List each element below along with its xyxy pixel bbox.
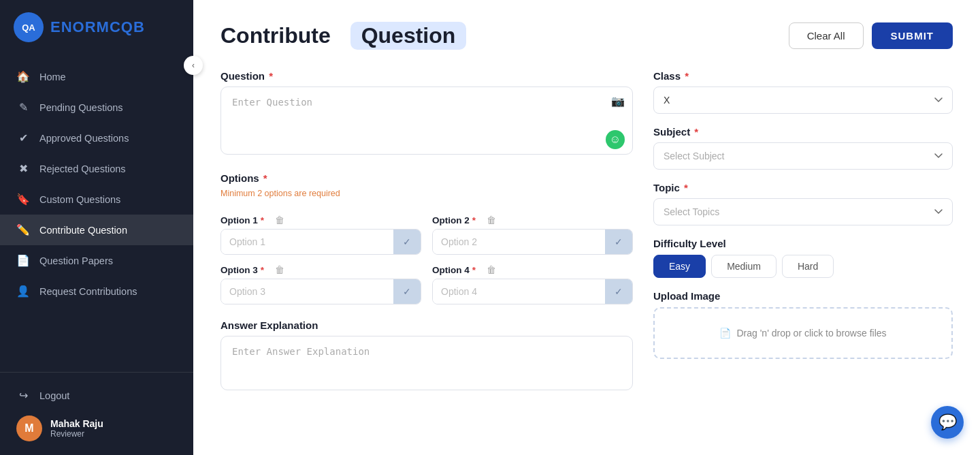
class-select[interactable]: X IX VIII bbox=[653, 87, 953, 114]
user-info: Mahak Raju Reviewer bbox=[50, 418, 103, 439]
sidebar-item-label: Question Papers bbox=[39, 255, 113, 266]
options-subtext: Minimum 2 options are required bbox=[220, 189, 633, 198]
logo-text: ENORMCQB bbox=[50, 18, 145, 36]
answer-explanation-input[interactable] bbox=[220, 336, 633, 390]
class-group: Class * X IX VIII bbox=[653, 70, 953, 114]
sidebar-item-label: Contribute Question bbox=[39, 225, 127, 236]
avatar: M bbox=[16, 415, 42, 441]
right-column: Class * X IX VIII Subject * Select Subje… bbox=[653, 70, 953, 393]
option1-label: Option 1 * 🗑 bbox=[220, 215, 421, 225]
difficulty-hard-button[interactable]: Hard bbox=[782, 255, 834, 278]
options-label: Options * bbox=[220, 172, 633, 184]
sidebar-item-home[interactable]: 🏠 Home bbox=[0, 61, 193, 92]
smile-icon: ☺ bbox=[606, 130, 625, 149]
sidebar-item-contribute[interactable]: ✏️ Contribute Question bbox=[0, 215, 193, 245]
clear-all-button[interactable]: Clear All bbox=[789, 22, 864, 49]
option4-input[interactable] bbox=[433, 279, 605, 304]
logout-button[interactable]: ↪ Logout bbox=[16, 383, 177, 407]
difficulty-group: Difficulty Level Easy Medium Hard bbox=[653, 238, 953, 278]
sidebar-item-label: Custom Questions bbox=[39, 194, 120, 205]
option3-group: Option 3 * 🗑 ✓ bbox=[220, 264, 421, 304]
sidebar-nav: 🏠 Home ✎ Pending Questions ✔ Approved Qu… bbox=[0, 54, 193, 372]
option1-input[interactable] bbox=[221, 230, 393, 254]
option3-check-button[interactable]: ✓ bbox=[393, 279, 421, 304]
custom-icon: 🔖 bbox=[16, 193, 30, 206]
subject-select[interactable]: Select Subject bbox=[653, 142, 953, 170]
sidebar-item-label: Rejected Questions bbox=[39, 163, 126, 174]
sidebar-item-papers[interactable]: 📄 Question Papers bbox=[0, 245, 193, 276]
option2-check-button[interactable]: ✓ bbox=[605, 230, 632, 254]
question-group: Question * 📷 ☺ bbox=[220, 70, 633, 157]
sidebar-item-approved[interactable]: ✔ Approved Questions bbox=[0, 123, 193, 153]
submit-button[interactable]: SUBMIT bbox=[872, 22, 953, 49]
difficulty-buttons: Easy Medium Hard bbox=[653, 255, 953, 278]
approved-icon: ✔ bbox=[16, 131, 30, 144]
user-role: Reviewer bbox=[50, 429, 103, 439]
option3-delete-button[interactable]: 🗑 bbox=[270, 264, 290, 275]
pending-icon: ✎ bbox=[16, 101, 30, 114]
request-icon: 👤 bbox=[16, 285, 30, 298]
option4-label: Option 4 * 🗑 bbox=[432, 264, 633, 275]
option1-check-button[interactable]: ✓ bbox=[393, 230, 421, 254]
option1-input-wrap: ✓ bbox=[220, 229, 421, 255]
logout-icon: ↪ bbox=[16, 389, 30, 402]
options-group: Options * Minimum 2 options are required bbox=[220, 172, 633, 198]
option2-input[interactable] bbox=[433, 230, 605, 254]
difficulty-medium-button[interactable]: Medium bbox=[711, 255, 777, 278]
option2-group: Option 2 * 🗑 ✓ bbox=[432, 215, 633, 255]
main-content: Contribute Question Clear All SUBMIT Que… bbox=[193, 0, 980, 455]
option1-delete-button[interactable]: 🗑 bbox=[270, 215, 290, 225]
option4-group: Option 4 * 🗑 ✓ bbox=[432, 264, 633, 304]
option4-check-button[interactable]: ✓ bbox=[605, 279, 632, 304]
sidebar-item-label: Approved Questions bbox=[39, 133, 129, 144]
topic-select[interactable]: Select Topics bbox=[653, 198, 953, 225]
options-grid: Option 1 * 🗑 ✓ Option 2 * 🗑 bbox=[220, 215, 633, 304]
option2-input-wrap: ✓ bbox=[432, 229, 633, 255]
option2-label: Option 2 * 🗑 bbox=[432, 215, 633, 225]
sidebar-toggle-button[interactable]: ‹ bbox=[184, 56, 203, 75]
header-actions: Clear All SUBMIT bbox=[789, 22, 953, 49]
chat-fab-button[interactable]: 💬 bbox=[931, 406, 964, 439]
sidebar-item-pending[interactable]: ✎ Pending Questions bbox=[0, 92, 193, 123]
sidebar-footer: ↪ Logout M Mahak Raju Reviewer bbox=[0, 372, 193, 455]
option4-input-wrap: ✓ bbox=[432, 279, 633, 304]
upload-section: Upload Image 📄 Drag 'n' drop or click to… bbox=[653, 290, 953, 359]
sidebar-item-label: Request Contributions bbox=[39, 286, 137, 297]
difficulty-easy-button[interactable]: Easy bbox=[653, 255, 706, 278]
left-column: Question * 📷 ☺ Options * Minimum 2 optio… bbox=[220, 70, 633, 393]
answer-label: Answer Explanation bbox=[220, 319, 633, 331]
sidebar: QA ENORMCQB ‹ 🏠 Home ✎ Pending Questions… bbox=[0, 0, 193, 455]
sidebar-item-custom[interactable]: 🔖 Custom Questions bbox=[0, 184, 193, 215]
question-input-wrap: 📷 ☺ bbox=[220, 87, 633, 157]
rejected-icon: ✖ bbox=[16, 162, 30, 175]
option3-input-wrap: ✓ bbox=[220, 279, 421, 304]
option4-delete-button[interactable]: 🗑 bbox=[481, 264, 502, 275]
option3-label: Option 3 * 🗑 bbox=[220, 264, 421, 275]
page-title: Contribute Question bbox=[220, 22, 466, 50]
file-icon: 📄 bbox=[719, 328, 731, 339]
papers-icon: 📄 bbox=[16, 254, 30, 267]
sidebar-item-label: Pending Questions bbox=[39, 102, 123, 113]
upload-label: Upload Image bbox=[653, 290, 953, 302]
sidebar-item-request[interactable]: 👤 Request Contributions bbox=[0, 276, 193, 307]
sidebar-logo: QA ENORMCQB bbox=[0, 0, 193, 54]
sidebar-item-label: Home bbox=[39, 72, 66, 82]
option3-input[interactable] bbox=[221, 279, 393, 304]
camera-icon: 📷 bbox=[611, 95, 625, 108]
topic-group: Topic * Select Topics bbox=[653, 182, 953, 225]
option1-group: Option 1 * 🗑 ✓ bbox=[220, 215, 421, 255]
page-header: Contribute Question Clear All SUBMIT bbox=[220, 22, 953, 50]
user-name: Mahak Raju bbox=[50, 418, 103, 429]
upload-area[interactable]: 📄 Drag 'n' drop or click to browse files bbox=[653, 307, 953, 359]
subject-group: Subject * Select Subject bbox=[653, 126, 953, 170]
class-label: Class * bbox=[653, 70, 953, 82]
sidebar-item-rejected[interactable]: ✖ Rejected Questions bbox=[0, 153, 193, 184]
subject-label: Subject * bbox=[653, 126, 953, 138]
question-input[interactable] bbox=[220, 87, 633, 155]
answer-group: Answer Explanation bbox=[220, 319, 633, 393]
topic-label: Topic * bbox=[653, 182, 953, 193]
home-icon: 🏠 bbox=[16, 70, 30, 83]
contribute-icon: ✏️ bbox=[16, 223, 30, 236]
user-profile: M Mahak Raju Reviewer bbox=[16, 407, 177, 444]
option2-delete-button[interactable]: 🗑 bbox=[481, 215, 502, 225]
